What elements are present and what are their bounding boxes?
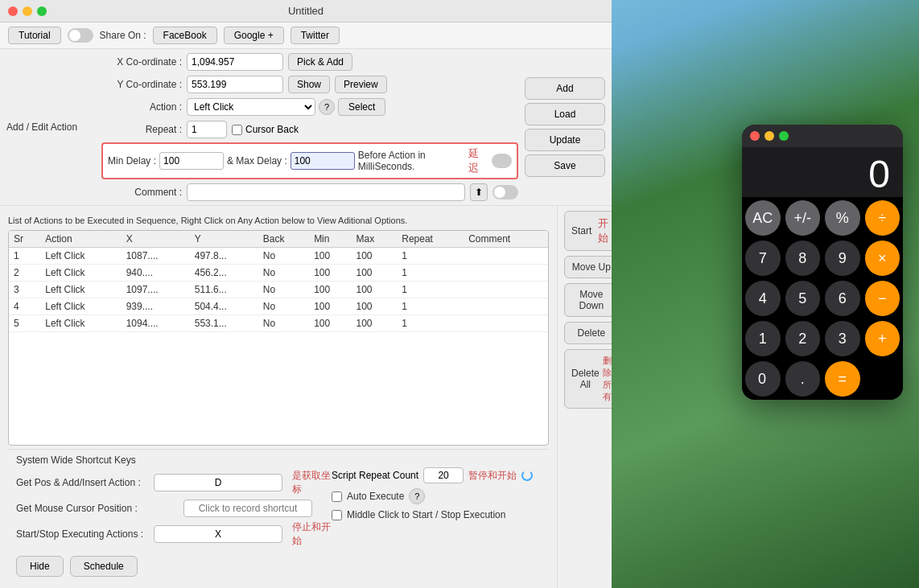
- calc-button[interactable]: 1: [745, 321, 781, 356]
- table-row[interactable]: 3Left Click1097....511.6...No1001001: [9, 282, 548, 298]
- col-x: X: [122, 231, 190, 248]
- middle-click-checkbox[interactable]: [332, 510, 342, 520]
- tutorial-button[interactable]: Tutorial: [8, 27, 61, 44]
- calc-button[interactable]: 7: [745, 241, 781, 276]
- action-tbody: 1Left Click1087....497.8...No10010012Lef…: [9, 248, 548, 332]
- calc-button[interactable]: AC: [745, 200, 781, 236]
- add-button[interactable]: Add: [525, 77, 605, 100]
- x-row: X Co-ordinate : Pick & Add: [101, 52, 518, 72]
- pick-add-button[interactable]: Pick & Add: [288, 53, 352, 71]
- calc-display: 0: [742, 147, 903, 197]
- facebook-button[interactable]: FaceBook: [153, 27, 217, 44]
- hide-button[interactable]: Hide: [16, 556, 64, 577]
- get-cursor-input[interactable]: [183, 500, 312, 517]
- share-icon-button[interactable]: ⬆: [470, 183, 488, 201]
- question-button[interactable]: ?: [319, 99, 335, 115]
- calc-button[interactable]: %: [825, 200, 860, 236]
- title-bar: Untitled: [0, 0, 612, 23]
- delete-button[interactable]: Delete: [564, 322, 612, 344]
- form-area: X Co-ordinate : Pick & Add Y Co-ordinate…: [101, 52, 518, 202]
- share-toggle[interactable]: [68, 28, 93, 43]
- table-cell: 2: [9, 265, 40, 282]
- minimize-button[interactable]: [23, 6, 32, 16]
- calc-button[interactable]: 3: [825, 321, 860, 356]
- preview-button[interactable]: Preview: [335, 76, 387, 93]
- auto-execute-question[interactable]: ?: [409, 488, 425, 504]
- action-select[interactable]: Left Click: [187, 98, 315, 116]
- calc-button[interactable]: ÷: [865, 200, 900, 236]
- table-row[interactable]: 4Left Click939....504.4...No1001001: [9, 298, 548, 315]
- calc-button[interactable]: 9: [825, 241, 860, 276]
- update-button[interactable]: Update: [525, 129, 605, 151]
- repeat-input[interactable]: [187, 121, 227, 138]
- x-label: X Co-ordinate :: [101, 56, 182, 68]
- cursor-back-label[interactable]: Cursor Back: [232, 124, 299, 135]
- calc-button[interactable]: 5: [785, 281, 821, 316]
- cursor-back-checkbox[interactable]: [232, 125, 242, 135]
- start-stop-input[interactable]: [154, 525, 282, 543]
- calc-button[interactable]: 0: [745, 361, 781, 397]
- calc-close[interactable]: [750, 131, 760, 141]
- script-repeat-input[interactable]: [423, 467, 464, 483]
- table-cell: 1: [9, 248, 40, 265]
- table-row[interactable]: 5Left Click1094....553.1...No1001001: [9, 315, 548, 332]
- show-button[interactable]: Show: [288, 76, 330, 93]
- min-delay-input[interactable]: [159, 152, 224, 170]
- calc-button[interactable]: 6: [825, 281, 860, 316]
- x-input[interactable]: [187, 53, 283, 71]
- calc-maximize[interactable]: [779, 131, 789, 141]
- comment-input[interactable]: [187, 183, 465, 201]
- add-edit-section: Add / Edit Action X Co-ordinate : Pick &…: [0, 49, 612, 206]
- min-delay-label: Min Delay :: [108, 155, 156, 167]
- table-cell: No: [258, 248, 309, 265]
- table-cell: 1: [397, 298, 464, 315]
- bottom-buttons-row: Hide Schedule: [8, 556, 549, 582]
- table-cell: 100: [309, 248, 351, 265]
- table-cell: Left Click: [40, 248, 121, 265]
- delay-row: Min Delay : & Max Delay : Before Action …: [101, 142, 518, 179]
- close-button[interactable]: [8, 6, 18, 16]
- table-cell: [464, 265, 548, 282]
- table-cell: 1: [397, 315, 464, 332]
- calc-button[interactable]: +: [865, 321, 900, 356]
- calc-button[interactable]: 2: [785, 321, 821, 356]
- table-cell: [464, 248, 548, 265]
- save-button[interactable]: Save: [525, 154, 605, 177]
- table-cell: 100: [309, 265, 351, 282]
- google-button[interactable]: Google +: [224, 27, 284, 44]
- start-button[interactable]: Start 开始: [564, 211, 612, 251]
- calc-button[interactable]: 8: [785, 241, 821, 276]
- table-cell: [464, 282, 548, 298]
- calc-button[interactable]: 4: [745, 281, 781, 316]
- table-row[interactable]: 1Left Click1087....497.8...No1001001: [9, 248, 548, 265]
- delete-all-button[interactable]: Delete All 删除所有: [564, 349, 612, 409]
- twitter-button[interactable]: Twitter: [291, 27, 340, 44]
- get-pos-input[interactable]: [154, 474, 282, 491]
- auto-execute-label: Auto Execute: [347, 491, 404, 502]
- calc-button[interactable]: −: [865, 281, 900, 316]
- table-cell: 5: [9, 315, 40, 332]
- maximize-button[interactable]: [37, 6, 47, 16]
- delay-toggle[interactable]: [492, 154, 512, 168]
- max-delay-input[interactable]: [291, 152, 355, 170]
- table-cell: 100: [352, 248, 398, 265]
- load-button[interactable]: Load: [525, 103, 605, 125]
- auto-execute-checkbox[interactable]: [332, 491, 342, 502]
- calc-button[interactable]: =: [825, 361, 860, 397]
- calc-minimize[interactable]: [764, 131, 774, 141]
- move-up-button[interactable]: Move Up: [564, 256, 612, 278]
- table-cell: 4: [9, 298, 40, 315]
- schedule-button[interactable]: Schedule: [70, 556, 138, 577]
- comment-toggle[interactable]: [492, 185, 518, 199]
- calc-button[interactable]: +/-: [785, 200, 821, 236]
- table-row[interactable]: 2Left Click940....456.2...No1001001: [9, 265, 548, 282]
- calc-button[interactable]: ×: [865, 241, 900, 276]
- script-repeat-label: Script Repeat Count: [332, 470, 418, 481]
- move-down-button[interactable]: Move Down: [564, 283, 612, 317]
- table-cell: 553.1...: [190, 315, 258, 332]
- y-input[interactable]: [187, 76, 283, 93]
- share-label: Share On :: [100, 30, 146, 41]
- script-repeat-row: Script Repeat Count 暂停和开始: [332, 467, 541, 483]
- calc-button[interactable]: .: [785, 361, 821, 397]
- select-button[interactable]: Select: [338, 98, 385, 116]
